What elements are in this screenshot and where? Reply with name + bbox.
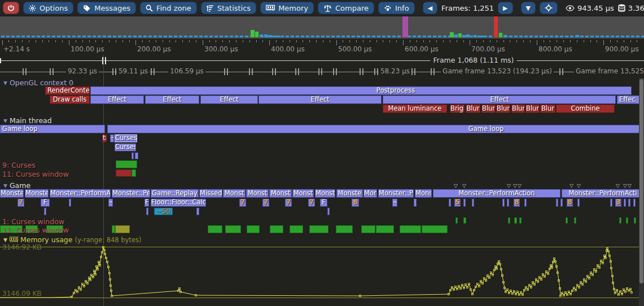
game-zones-2-zone[interactable] bbox=[414, 199, 417, 207]
vertical-scrollbar-thumb[interactable] bbox=[639, 79, 643, 283]
game-lock-11-zone[interactable] bbox=[290, 225, 303, 233]
game-zones-2-zone[interactable] bbox=[463, 199, 466, 207]
frame-time-bar[interactable] bbox=[458, 33, 462, 37]
game-zones-2-zone[interactable] bbox=[472, 199, 474, 207]
collapse-arrow-icon[interactable]: ▼ bbox=[3, 118, 7, 124]
main-zones-4-zone[interactable] bbox=[132, 152, 134, 159]
thread-row-label[interactable]: 11: Curses window bbox=[2, 170, 69, 178]
game-lock-1-zone[interactable] bbox=[634, 217, 636, 224]
statistics-button[interactable]: Statistics bbox=[201, 2, 256, 14]
thread-row-label[interactable]: 11: Curses window bbox=[2, 226, 69, 234]
game-lock-1-zone[interactable] bbox=[519, 217, 522, 224]
game-lock-1-zone[interactable] bbox=[455, 217, 458, 224]
main-gameloop-zone[interactable]: Game loop bbox=[107, 125, 644, 133]
frame-time-bar[interactable] bbox=[269, 35, 271, 37]
frame-time-bar[interactable] bbox=[499, 33, 502, 37]
thread-row-label[interactable]: 1: Curses window bbox=[2, 217, 64, 226]
frame-marker-label[interactable]: Game frame 13,523 (194.23 µs) bbox=[441, 67, 554, 75]
opengl-zones-3-zone[interactable]: Blur bbox=[466, 104, 480, 113]
game-zones-2-zone[interactable] bbox=[577, 199, 580, 207]
opengl-zones-3-zone[interactable]: Blur bbox=[496, 104, 510, 113]
main-gameloop-zone[interactable]: Game loop bbox=[0, 125, 105, 133]
opengl-zones-2-zone[interactable]: Effect bbox=[145, 95, 199, 104]
game-zones-1-zone[interactable]: Monste bbox=[0, 189, 24, 198]
frame-time-bar[interactable] bbox=[264, 34, 268, 37]
frame-time-bar[interactable] bbox=[494, 16, 498, 37]
opengl-zones-3-zone[interactable]: Brigh bbox=[450, 104, 465, 113]
main-zones-2-zone[interactable]: ti bbox=[102, 134, 107, 142]
game-lock-11-zone[interactable] bbox=[115, 225, 130, 233]
game-zones-1-zone[interactable]: Monster::Pe bbox=[378, 189, 414, 198]
game-zones-2-zone[interactable] bbox=[560, 199, 563, 207]
section-header-opengl[interactable]: ▼ OpenGL context 0 bbox=[3, 78, 73, 87]
game-lock-11-zone[interactable] bbox=[270, 225, 283, 233]
game-zones-1-zone[interactable]: Mons bbox=[415, 189, 432, 198]
game-zones-3-zone[interactable] bbox=[327, 208, 330, 215]
game-lock-11-zone[interactable] bbox=[336, 225, 353, 233]
game-zones-1-zone[interactable]: Monster::Pe bbox=[112, 189, 150, 198]
game-zones-2-zone[interactable]: F bbox=[144, 199, 149, 207]
collapse-arrow-icon[interactable]: ▼ bbox=[3, 183, 7, 189]
frame-time-bar[interactable] bbox=[260, 34, 263, 37]
frames-overview-graph[interactable] bbox=[0, 16, 644, 39]
next-frame-button[interactable]: ▶ bbox=[498, 2, 512, 14]
game-zones-2-zone[interactable]: 7 bbox=[239, 199, 246, 207]
opengl-zones-2-zone[interactable]: Effect bbox=[200, 95, 258, 104]
frame-time-bar[interactable] bbox=[466, 34, 470, 37]
game-lock-1-zone[interactable] bbox=[508, 217, 510, 224]
opengl-zones-3-zone[interactable]: Blur bbox=[481, 104, 496, 113]
game-zones-1-zone[interactable]: Monst bbox=[223, 189, 246, 198]
frame-time-bar[interactable] bbox=[255, 32, 259, 37]
game-lock-11-zone[interactable] bbox=[400, 225, 421, 233]
game-zones-2-zone[interactable] bbox=[502, 199, 505, 207]
game-zones-2-zone[interactable]: 7 bbox=[308, 199, 315, 207]
game-zones-1-zone[interactable]: Monste bbox=[25, 189, 49, 198]
frame-time-bar[interactable] bbox=[484, 36, 487, 37]
section-header-game[interactable]: ▼ Game bbox=[3, 181, 30, 190]
game-lock-1-zone[interactable] bbox=[566, 217, 568, 224]
game-zones-2-zone[interactable]: F bbox=[41, 199, 50, 207]
message-marker-icon[interactable]: ▽ bbox=[518, 183, 522, 189]
game-lock-11-zone[interactable] bbox=[309, 225, 328, 233]
game-zones-1-zone[interactable]: Monster::PerformA bbox=[50, 189, 111, 198]
game-zones-2-zone[interactable]: 8 bbox=[514, 199, 520, 207]
section-header-main-thread[interactable]: ▼ Main thread bbox=[3, 116, 52, 125]
game-lock-1-zone[interactable] bbox=[463, 217, 466, 224]
message-marker-icon[interactable]: ▽ bbox=[577, 183, 581, 189]
game-lock-11-zone[interactable] bbox=[225, 225, 241, 233]
find-zone-button[interactable]: Find zone bbox=[140, 2, 197, 14]
frame-time-bar[interactable] bbox=[273, 36, 276, 37]
frame-marker-label[interactable]: 106.59 µs bbox=[168, 67, 205, 75]
game-zones-2-zone[interactable] bbox=[69, 199, 71, 207]
main-zones-2-zone[interactable]: ~ bbox=[110, 134, 114, 142]
game-lock-1-zone[interactable] bbox=[619, 217, 621, 224]
game-zones-2-zone[interactable] bbox=[449, 199, 451, 207]
game-lock-1-zone[interactable] bbox=[514, 217, 517, 224]
frame-marker-label[interactable]: Game frame 13,525 (1 bbox=[574, 67, 644, 75]
game-zones-3-zone[interactable] bbox=[196, 208, 199, 215]
frame-separator-line[interactable] bbox=[514, 60, 644, 61]
frame-time-bar[interactable] bbox=[489, 36, 492, 37]
game-zones-1-zone[interactable]: Monst bbox=[246, 189, 269, 198]
thread-row-label[interactable]: 9: Curses bbox=[2, 161, 36, 169]
game-zones-1-zone[interactable]: Monste bbox=[336, 189, 363, 198]
game-zones-2-zone[interactable]: ~ bbox=[108, 199, 113, 207]
power-button[interactable] bbox=[3, 2, 19, 14]
section-header-memory[interactable]: ▼ Memory usage (y-range: 848 bytes) bbox=[3, 235, 141, 244]
frame-time-bar[interactable] bbox=[450, 32, 454, 37]
opengl-zones-3-zone[interactable]: Blur bbox=[540, 104, 555, 113]
message-marker-icon[interactable]: ▽ bbox=[513, 183, 517, 189]
game-zones-3-zone[interactable] bbox=[146, 208, 148, 215]
game-lock-11-zone[interactable] bbox=[422, 225, 448, 233]
frame-time-bar[interactable] bbox=[477, 36, 480, 37]
opengl-zones-1-zone[interactable]: RenderConte bbox=[45, 86, 90, 95]
frame-time-bar[interactable] bbox=[402, 16, 408, 37]
game-zones-2-zone[interactable]: Floor::Floor::Calc bbox=[151, 199, 206, 207]
opengl-zones-2-zone[interactable]: Draw calls bbox=[50, 95, 90, 104]
game-lock-11-zone[interactable] bbox=[208, 225, 222, 233]
frame-marker-label[interactable]: 58.23 µs bbox=[379, 67, 411, 75]
main-lock-11-zone[interactable] bbox=[132, 169, 136, 177]
message-marker-icon[interactable]: ▽ bbox=[616, 183, 620, 189]
frame-time-bar[interactable] bbox=[481, 36, 484, 37]
opengl-zones-2-zone[interactable]: Effect bbox=[90, 95, 144, 104]
